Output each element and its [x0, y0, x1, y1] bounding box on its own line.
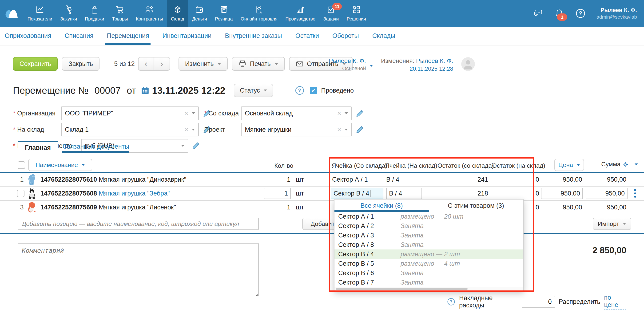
positions-table: Наименование Кол-во Ячейка (Со склада) Я…	[0, 158, 644, 233]
subnav-item[interactable]: Остатки	[296, 27, 319, 45]
project-select[interactable]: Мягкие игрушки×	[241, 123, 352, 136]
status-button[interactable]: Статус	[234, 84, 273, 97]
overhead-row: Накладные расходы Распределить по цене	[447, 294, 626, 309]
subnav-item[interactable]: Внутренние заказы	[225, 27, 282, 45]
quantity-value: 1	[259, 204, 290, 211]
topnav-item-retail[interactable]: Розница	[211, 0, 236, 27]
comment-textarea[interactable]	[18, 243, 259, 296]
subnav-item[interactable]: Перемещения	[107, 27, 149, 45]
close-button[interactable]: Закрыть	[62, 57, 100, 71]
name-column-button[interactable]: Наименование	[28, 159, 92, 171]
scrollbar-thumb[interactable]	[336, 288, 468, 290]
cell-option[interactable]: Сектор А / 1 размещено — 20 шт	[334, 212, 523, 221]
next-document-button[interactable]: ›	[154, 57, 170, 71]
add-position-input[interactable]	[18, 218, 259, 230]
clear-icon[interactable]: ×	[337, 125, 341, 133]
cell-option[interactable]: Сектор А / 8 Занята	[334, 240, 523, 249]
stock-from-value: 241	[438, 176, 488, 183]
sum-input[interactable]	[586, 188, 628, 199]
product-name-link[interactable]: Мягкая игрушка "Зебра"	[99, 190, 170, 197]
changed-by-link[interactable]: Рылеев К. Ф.	[416, 57, 453, 64]
topnav-item-online[interactable]: Онлайн-торговля	[236, 0, 281, 27]
distribute-by-price-link[interactable]: по цене	[604, 294, 626, 309]
avatar[interactable]	[461, 57, 475, 71]
print-menu-button[interactable]: Печать	[232, 57, 284, 71]
logo-icon	[3, 7, 20, 20]
cell-option[interactable]: Сектор А / 3 Занята	[334, 231, 523, 240]
tab-linked-documents[interactable]: Связанные документы	[62, 142, 129, 153]
topnav-item-goods[interactable]: Товары	[108, 0, 132, 27]
posted-checkbox[interactable]	[310, 87, 317, 94]
tab-with-this-item[interactable]: С этим товаром (3)	[429, 200, 523, 212]
import-button[interactable]: Импорт	[593, 218, 631, 230]
help-circle-icon[interactable]	[447, 297, 455, 306]
row-checkbox[interactable]	[17, 190, 24, 197]
user-name: Рылеев К. Ф.	[596, 7, 637, 14]
topnav-item-metrics[interactable]: Показатели	[24, 0, 56, 27]
cell-option[interactable]: Сектор А / 2 Занята	[334, 221, 523, 231]
subnav-item[interactable]: Инвентаризации	[162, 27, 212, 45]
document-number[interactable]: 00007	[94, 85, 121, 96]
owner-block: Рылеев К. Ф. Основной Изменения: Рылеев …	[329, 57, 475, 72]
notifications-bell-icon[interactable]: 1	[554, 8, 564, 19]
topnav-item-partners[interactable]: Контрагенты	[132, 0, 167, 27]
owner-select[interactable]: Рылеев К. Ф. Основной	[329, 57, 373, 72]
price-column-button[interactable]: Цена	[554, 159, 584, 171]
organization-select[interactable]: ООО "ПРИМЕР"×	[61, 106, 199, 120]
to-warehouse-select[interactable]: Склад 1×	[61, 123, 199, 136]
quantity-input[interactable]	[264, 188, 291, 199]
warehouse-icon	[173, 5, 182, 14]
dropdown-scrollbar[interactable]	[334, 287, 523, 290]
clear-icon[interactable]: ×	[184, 109, 188, 117]
chevron-down-icon[interactable]	[634, 164, 638, 165]
row-menu-icon[interactable]	[634, 189, 636, 198]
subnav-item[interactable]: Склады	[372, 27, 396, 45]
tab-main[interactable]: Главная	[18, 141, 58, 153]
topnav-item-warehouse[interactable]: Склад	[167, 0, 188, 27]
subnav-item[interactable]: Оприходования	[5, 27, 51, 45]
topnav-item-solutions[interactable]: Решения	[343, 0, 370, 27]
topnav-item-production[interactable]: Производство	[281, 0, 319, 27]
cell-option[interactable]: Сектор В / 4 размещено — 2 шт	[334, 249, 523, 259]
topnav-item-purchases[interactable]: Закупки	[56, 0, 81, 27]
edit-pencil-icon[interactable]	[356, 125, 364, 134]
edit-menu-button[interactable]: Изменить	[178, 57, 228, 71]
user-menu[interactable]: Рылеев К. Ф. admin@sevkavlab	[596, 7, 637, 20]
chat-icon[interactable]	[533, 8, 543, 19]
clear-icon[interactable]: ×	[184, 125, 188, 133]
edit-pencil-icon[interactable]	[356, 109, 364, 117]
cell-option[interactable]: Сектор В / 5 размещено — 4 шт	[334, 259, 523, 268]
table-row[interactable]: 1 1476522528075610 Мягкая игрушка "Диноз…	[0, 173, 644, 187]
subnav-item[interactable]: Списания	[65, 27, 94, 45]
changed-at[interactable]: 20.11.2025 12:28	[381, 66, 453, 72]
cell-option[interactable]: Сектор В / 6 Занята	[334, 268, 523, 278]
cell-option-status: размещено — 20 шт	[400, 213, 464, 220]
clear-icon[interactable]: ×	[337, 109, 341, 117]
topnav-item-sales[interactable]: Продажи	[81, 0, 108, 27]
gear-icon[interactable]	[622, 161, 629, 168]
table-row-editing[interactable]: 1476522528075608 Мягкая игрушка "Зебра" …	[0, 187, 644, 201]
partners-icon	[145, 5, 154, 14]
table-row[interactable]: 3 1476522528075609 Мягкая игрушка "Лисен…	[0, 201, 644, 214]
price-input[interactable]	[541, 188, 583, 199]
select-all-checkbox[interactable]	[18, 161, 25, 169]
topnav-item-money[interactable]: Деньги	[188, 0, 211, 27]
calendar-icon[interactable]	[141, 86, 149, 95]
owner-name[interactable]: Рылеев К. Ф.	[329, 57, 366, 65]
subnav-item[interactable]: Обороты	[332, 27, 359, 45]
cell-from-input[interactable]: Сектор В / 4	[331, 188, 384, 199]
document-datetime[interactable]: 13.11.2025 12:22	[152, 85, 225, 96]
chevron-down-icon	[344, 112, 348, 114]
tab-all-cells[interactable]: Все ячейки (8)	[334, 200, 429, 212]
prev-document-button[interactable]: ‹	[138, 57, 154, 71]
topnav-item-tasks[interactable]: 11 Задачи	[320, 0, 343, 27]
help-circle-icon[interactable]	[295, 85, 304, 95]
save-button[interactable]: Сохранить	[13, 57, 58, 71]
cell-option[interactable]: Сектор В / 7 Занята	[334, 278, 523, 287]
help-icon[interactable]	[575, 8, 586, 19]
cell-to-input[interactable]	[386, 188, 422, 199]
app-logo[interactable]	[0, 0, 24, 27]
user-email: admin@sevkavlab	[596, 14, 637, 20]
overhead-input[interactable]	[522, 296, 555, 308]
from-warehouse-select[interactable]: Основной склад×	[241, 106, 352, 120]
